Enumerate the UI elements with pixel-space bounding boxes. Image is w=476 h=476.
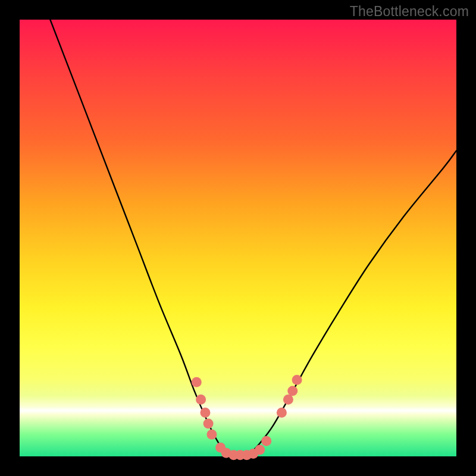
chart-plot-area [20, 20, 456, 456]
marker-dot [196, 394, 206, 405]
marker-dot [203, 418, 214, 428]
marker-dot [277, 408, 287, 418]
chart-svg [20, 20, 456, 456]
marker-dot [192, 377, 202, 387]
marker-dot [206, 430, 217, 440]
marker-dot [283, 394, 293, 405]
marker-dots [192, 375, 302, 460]
watermark-text: TheBottleneck.com [350, 4, 469, 20]
marker-dot [255, 444, 265, 455]
marker-dot [261, 436, 271, 446]
marker-dot [292, 375, 302, 385]
chart-frame: TheBottleneck.com [0, 0, 476, 476]
marker-dot [287, 386, 298, 396]
bottleneck-curve-line [50, 20, 456, 457]
marker-dot [200, 408, 210, 418]
